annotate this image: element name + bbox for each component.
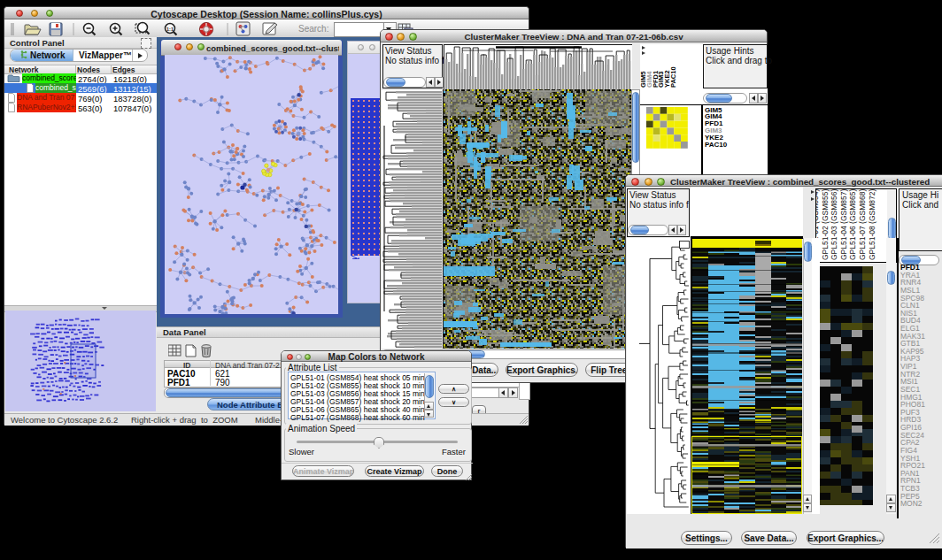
svg-text:1:1: 1:1 [166, 27, 174, 32]
